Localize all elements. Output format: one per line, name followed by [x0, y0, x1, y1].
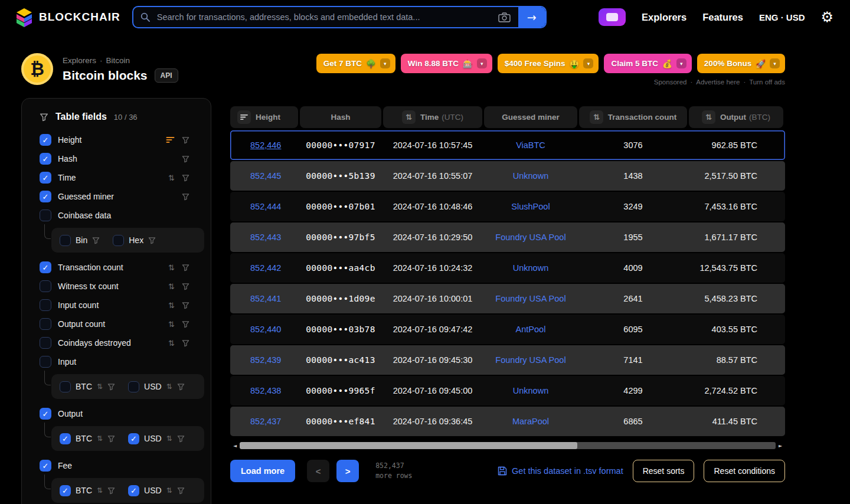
field-row-output-count[interactable]: Output count ⇅	[22, 315, 211, 333]
block-height-link[interactable]: 852,445	[250, 171, 281, 181]
sort-updown-icon[interactable]: ⇅	[97, 434, 103, 443]
checkbox[interactable]	[60, 381, 71, 392]
sort-updown-icon[interactable]: ⇅	[168, 282, 175, 291]
subfield-output-btc[interactable]: BTC ⇅	[60, 433, 115, 444]
filter-icon[interactable]	[182, 193, 189, 201]
field-row-transaction-count[interactable]: Transaction count ⇅	[22, 258, 211, 277]
block-height-link[interactable]: 852,444	[250, 202, 281, 211]
next-page-button[interactable]: >	[336, 460, 359, 482]
sort-updown-icon[interactable]: ⇅	[168, 320, 175, 329]
subfield-bin[interactable]: Bin	[60, 235, 100, 246]
prev-page-button[interactable]: <	[307, 460, 329, 482]
nav-explorers[interactable]: Explorers	[642, 12, 686, 23]
sort-updown-icon[interactable]: ⇅	[168, 263, 175, 272]
block-height-link[interactable]: 852,441	[250, 294, 281, 303]
breadcrumb-bitcoin[interactable]: Bitcoin	[106, 56, 130, 65]
filter-icon[interactable]	[107, 487, 115, 495]
scrollbar-thumb[interactable]	[240, 442, 577, 449]
field-row-witness-tx-count[interactable]: Witness tx count ⇅	[22, 277, 211, 296]
camera-icon[interactable]	[498, 12, 511, 22]
filter-icon[interactable]	[182, 264, 189, 271]
nav-features[interactable]: Features	[702, 12, 743, 23]
download-tsv-link[interactable]: Get this dataset in .tsv format	[498, 466, 623, 476]
checkbox[interactable]	[40, 280, 51, 292]
ad-button[interactable]: Win 8.88 BTC 🎰 ▾	[401, 54, 492, 73]
field-row-input-count[interactable]: Input count ⇅	[22, 296, 211, 315]
block-height-link[interactable]: 852,437	[250, 417, 281, 426]
filter-icon[interactable]	[107, 435, 115, 443]
load-more-button[interactable]: Load more	[230, 460, 295, 482]
sort-updown-icon[interactable]: ⇅	[166, 434, 172, 443]
sort-updown-icon[interactable]: ⇅	[168, 301, 175, 310]
locale-selector[interactable]: ENG · USD	[759, 12, 805, 22]
turn-off-ads-link[interactable]: Turn off ads	[749, 78, 785, 86]
checkbox[interactable]	[40, 210, 51, 221]
miner-link[interactable]: Unknown	[513, 171, 548, 181]
ad-button[interactable]: 200% Bonus 🚀 ▾	[697, 54, 785, 73]
checkbox[interactable]	[40, 261, 51, 273]
column-header-guessed-miner[interactable]: Guessed miner	[484, 106, 577, 128]
sort-updown-icon[interactable]: ⇅	[97, 382, 103, 391]
sort-updown-icon[interactable]: ⇅	[166, 382, 172, 391]
checkbox[interactable]	[40, 337, 51, 349]
column-header-time[interactable]: ⇅ Time (UTC)	[383, 106, 482, 128]
ad-button[interactable]: Claim 5 BTC 💰 ▾	[604, 54, 691, 73]
miner-link[interactable]: SlushPool	[511, 202, 550, 211]
checkbox[interactable]	[128, 485, 139, 496]
block-height-link[interactable]: 852,443	[250, 233, 281, 242]
field-row-time[interactable]: Time ⇅	[22, 168, 211, 187]
sort-updown-icon[interactable]: ⇅	[97, 486, 103, 495]
checkbox[interactable]	[40, 134, 51, 146]
subfield-input-btc[interactable]: BTC ⇅	[60, 381, 115, 392]
filter-icon[interactable]	[182, 320, 189, 328]
filter-icon[interactable]	[182, 136, 189, 144]
filter-icon[interactable]	[182, 174, 189, 182]
field-row-hash[interactable]: Hash	[22, 149, 211, 168]
advertise-here-link[interactable]: Advertise here	[696, 78, 740, 86]
filter-icon[interactable]	[107, 383, 115, 391]
sort-updown-icon[interactable]: ⇅	[168, 339, 175, 348]
column-header-hash[interactable]: Hash	[300, 106, 381, 128]
checkbox[interactable]	[60, 433, 71, 444]
column-header-height[interactable]: Height	[230, 106, 298, 128]
scroll-left-icon[interactable]: ◄	[230, 441, 240, 450]
field-row-coindays-destroyed[interactable]: Coindays destroyed ⇅	[22, 333, 211, 352]
subfield-input-usd[interactable]: USD ⇅	[128, 381, 185, 392]
breadcrumb-explorers[interactable]: Explorers	[63, 56, 96, 65]
ad-button[interactable]: Get 7 BTC 🌳 ▾	[316, 54, 395, 73]
checkbox[interactable]	[40, 172, 51, 184]
scrollbar-track[interactable]	[240, 442, 776, 449]
sort-updown-icon[interactable]: ⇅	[166, 486, 172, 495]
block-height-link[interactable]: 852,439	[250, 355, 281, 365]
miner-link[interactable]: MaraPool	[512, 417, 549, 426]
field-row-fee[interactable]: Fee	[22, 456, 211, 475]
sort-updown-icon[interactable]: ⇅	[168, 174, 175, 182]
filter-icon[interactable]	[182, 155, 189, 163]
filter-icon[interactable]	[177, 487, 185, 495]
miner-link[interactable]: AntPool	[516, 325, 546, 334]
block-height-link[interactable]: 852,440	[250, 325, 281, 334]
miner-link[interactable]: Unknown	[513, 263, 548, 273]
miner-link[interactable]: ViaBTC	[516, 140, 545, 150]
miner-link[interactable]: Foundry USA Pool	[495, 355, 565, 365]
settings-gear-icon[interactable]: ⚙	[820, 10, 833, 24]
filter-icon[interactable]	[177, 383, 185, 391]
ad-button[interactable]: $400 Free Spins 🤑 ▾	[498, 54, 599, 73]
checkbox[interactable]	[40, 408, 51, 420]
block-height-link[interactable]: 852,442	[250, 263, 281, 273]
checkbox[interactable]	[128, 433, 139, 444]
field-row-output[interactable]: Output	[22, 404, 211, 423]
column-header-output[interactable]: ⇅ Output (BTC)	[689, 106, 783, 128]
checkbox[interactable]	[40, 460, 51, 472]
field-row-input[interactable]: Input	[22, 352, 211, 371]
checkbox[interactable]	[40, 191, 51, 202]
checkbox[interactable]	[40, 318, 51, 330]
search-submit-button[interactable]: →	[518, 7, 545, 27]
filter-icon[interactable]	[92, 237, 100, 244]
field-row-guessed-miner[interactable]: Guessed miner	[22, 187, 211, 206]
checkbox[interactable]	[60, 235, 71, 246]
subfield-fee-usd[interactable]: USD ⇅	[128, 485, 185, 496]
blockchair-logo[interactable]: BLOCKCHAIR	[15, 7, 120, 27]
sort-bars-icon[interactable]	[166, 136, 175, 143]
scroll-right-icon[interactable]: ►	[776, 441, 785, 450]
